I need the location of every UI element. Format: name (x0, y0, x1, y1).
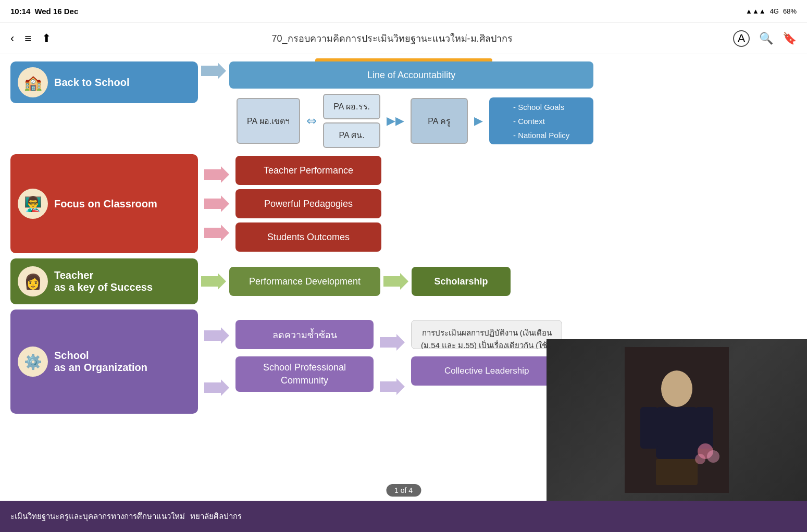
back-button[interactable]: ‹ (10, 32, 14, 45)
back-to-school-label: Back to School (54, 77, 129, 89)
pa-section: PA ผอ.เขตฯ ⇔ PA ผอ.รร. PA ศน. ▶▶ PA ครู … (237, 94, 593, 148)
focus-classroom-label: Focus on Classroom (54, 198, 157, 210)
svg-marker-8 (380, 334, 405, 351)
teacher-performance-box: Teacher Performance (235, 156, 381, 185)
school-org-line2: as an Organization (54, 362, 147, 374)
arrow-pa: ▶▶ (387, 114, 404, 128)
arrow-f1 (204, 165, 229, 184)
status-time-date: 10:14 Wed 16 Dec (10, 7, 78, 16)
powerful-pedagogies-label: Powerful Pedagogies (264, 199, 353, 209)
scholarship-box: Scholarship (412, 267, 511, 296)
students-outcomes-box: Students Outcomes (235, 222, 381, 252)
school-goals-box: - School Goals- Context- National Policy (489, 97, 593, 144)
thai-eval-box: การประเมินผลการปฏิบัติงาน (เงินเดือน(ม.5… (411, 320, 562, 349)
arrow-org1 (204, 326, 229, 345)
teacher-icon: 👩 (18, 266, 48, 296)
share-icon[interactable]: ⬆ (42, 32, 51, 45)
arrow-to-thai (380, 333, 405, 352)
line-accountability-box: Line of Accountability (229, 61, 593, 89)
arrow-1 (201, 61, 226, 80)
row-teacher-success: 👩 Teacher as a key of Success Performanc… (10, 258, 797, 304)
school-org-line1: School (54, 350, 147, 362)
svg-point-11 (661, 370, 692, 407)
pa-left-box: PA ผอ.เขตฯ (237, 98, 300, 144)
battery: 68% (783, 7, 797, 15)
nav-left-controls[interactable]: ‹ ≡ ⬆ (10, 32, 51, 45)
arrow-f3 (204, 224, 229, 242)
focus-arrows (201, 160, 232, 248)
pa-top: PA ผอ.รร. (323, 94, 380, 119)
svg-marker-1 (204, 166, 229, 183)
annotation-icon[interactable]: A (733, 30, 750, 47)
svg-point-18 (695, 454, 705, 464)
nav-right-controls[interactable]: A 🔍 🔖 (733, 30, 797, 47)
performance-dev-label: Performance Development (249, 276, 361, 287)
status-bar: 10:14 Wed 16 Dec ▲▲▲ 4G 68% (0, 0, 807, 23)
classroom-items: Teacher Performance Powerful Pedagogies … (235, 156, 381, 252)
svg-rect-15 (656, 459, 698, 485)
teacher-success-line2: as a key of Success (54, 281, 153, 293)
collective-leadership-box: Collective Leadership (411, 356, 562, 386)
org-icon: ⚙️ (18, 347, 48, 377)
accountability-label: Line of Accountability (367, 70, 455, 81)
reduce-overlap-box: ลดความซ้ำซ้อน (235, 320, 374, 349)
date: Wed 16 Dec (34, 7, 78, 16)
svg-rect-13 (640, 407, 658, 449)
bookmark-icon[interactable]: 🔖 (783, 32, 797, 45)
arrow-f2 (204, 194, 229, 213)
document-title: 70_กรอบความคิดการประเมินวิทยฐานะแนวใหม่-… (51, 31, 733, 46)
arrow-org2 (204, 378, 229, 397)
students-outcomes-label: Students Outcomes (267, 232, 350, 243)
cat-teacher-success: 👩 Teacher as a key of Success (10, 258, 198, 304)
powerful-pedagogies-box: Powerful Pedagogies (235, 189, 381, 218)
signal-icon: ▲▲▲ (746, 7, 766, 15)
page-indicator: 1 of 4 (386, 484, 421, 497)
svg-marker-2 (204, 195, 229, 212)
cat-back-to-school: 🏫 Back to School (10, 61, 198, 103)
row-back-to-school: 🏫 Back to School Line of Accountability … (10, 59, 797, 148)
cat-school-org: ⚙️ School as an Organization (10, 310, 198, 414)
svg-marker-0 (201, 63, 226, 79)
collective-leadership-label: Collective Leadership (444, 366, 529, 376)
presenter-video (547, 339, 807, 501)
org-next-items: การประเมินผลการปฏิบัติงาน (เงินเดือน(ม.5… (411, 320, 562, 386)
school-professional-box: School ProfessionalCommunity (235, 356, 374, 392)
row-focus-classroom: 👨‍🏫 Focus on Classroom Teacher Performan… (10, 154, 797, 253)
svg-marker-7 (204, 379, 229, 396)
svg-marker-3 (204, 225, 229, 241)
teacher-success-line1: Teacher (54, 269, 153, 281)
school-professional-label: School ProfessionalCommunity (263, 361, 346, 387)
org-items: ลดความซ้ำซ้อน School ProfessionalCommuni… (235, 320, 374, 392)
svg-marker-5 (383, 273, 408, 290)
pa-bottom: PA ศน. (323, 122, 380, 148)
svg-rect-14 (696, 407, 713, 449)
svg-marker-6 (204, 327, 229, 344)
bottom-text-1: ะเมินวิทยฐานะครูและบุคลากรทางการศึกษาแนว… (10, 510, 185, 523)
arrow-3 (201, 272, 226, 291)
double-arrow-1: ⇔ (306, 114, 317, 128)
cat-focus-classroom: 👨‍🏫 Focus on Classroom (10, 154, 198, 253)
svg-point-17 (707, 450, 719, 463)
arrow-to-goals: ▶ (474, 114, 483, 128)
search-icon[interactable]: 🔍 (759, 32, 773, 45)
arrow-3b (383, 272, 408, 291)
school-icon: 🏫 (18, 67, 48, 97)
svg-marker-9 (380, 378, 405, 395)
classroom-icon: 👨‍🏫 (18, 189, 48, 219)
list-icon[interactable]: ≡ (24, 32, 31, 45)
bottom-text-2: ทยาลัยศิลปากร (190, 510, 242, 523)
nav-bar: ‹ ≡ ⬆ 70_กรอบความคิดการประเมินวิทยฐานะแน… (0, 23, 807, 54)
performance-dev-box: Performance Development (229, 267, 380, 296)
bottom-bar: ะเมินวิทยฐานะครูและบุคลากรทางการศึกษาแนว… (0, 501, 807, 532)
arrow-to-collective (380, 377, 405, 396)
svg-marker-4 (201, 273, 226, 290)
status-indicators: ▲▲▲ 4G 68% (746, 7, 797, 15)
scholarship-label: Scholarship (434, 276, 488, 287)
network-type: 4G (770, 7, 779, 15)
reduce-overlap-label: ลดความซ้ำซ้อน (272, 327, 337, 342)
video-overlay (547, 339, 807, 501)
teacher-performance-label: Teacher Performance (264, 165, 353, 176)
svg-rect-12 (656, 407, 698, 459)
pa-kru-box: PA ครู (411, 98, 468, 144)
time: 10:14 (10, 7, 30, 16)
